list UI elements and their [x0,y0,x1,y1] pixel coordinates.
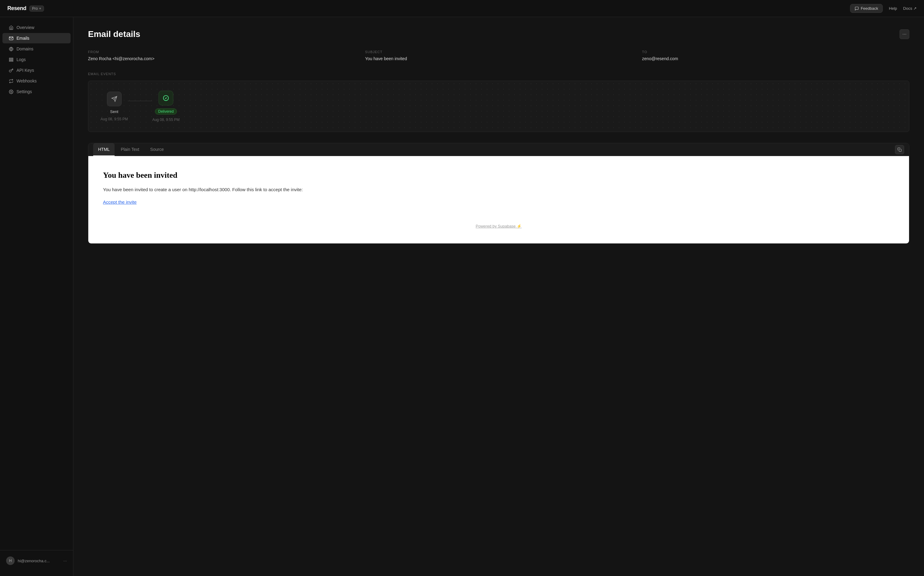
to-value: zeno@resend.com [642,56,910,61]
check-circle-icon [163,95,169,101]
copy-icon [897,147,902,152]
meta-from: FROM Zeno Rocha <hi@zenorocha.com> [88,50,356,61]
sidebar-item-logs[interactable]: Logs [2,54,70,65]
mail-icon [8,36,13,41]
to-label: TO [642,50,910,54]
email-footer: Powered by Supabase ⚡ [103,223,894,229]
email-subject: You have been invited [103,171,894,180]
tab-html[interactable]: HTML [93,143,115,156]
email-content-section: HTML Plain Text Source You have been inv… [88,143,910,244]
page-title: Email details [88,29,140,39]
topbar-right: Feedback Help Docs ↗ [850,4,917,13]
svg-rect-10 [899,149,902,152]
meta-to: TO zeno@resend.com [642,50,910,61]
user-email: hi@zenorocha.c... [18,558,60,563]
sidebar-item-label: Overview [16,25,34,30]
pro-badge: Pro + [29,5,44,11]
events-container: Sent Aug 08, 9:55 PM Delivered Aug 0 [88,81,910,132]
more-options-button[interactable]: ··· [900,29,910,39]
app-logo: Resend [7,5,26,11]
events-timeline: Sent Aug 08, 9:55 PM Delivered Aug 0 [101,91,897,122]
sent-label: Sent [110,109,118,114]
event-delivered: Delivered Aug 08, 9:55 PM [152,91,179,122]
subject-label: SUBJECT [365,50,633,54]
sidebar: Overview Emails Domains Lo [0,17,73,576]
copy-button[interactable] [895,145,904,154]
email-cta-link[interactable]: Accept the invite [103,200,136,205]
user-row[interactable]: H hi@zenorocha.c... ··· [4,554,69,568]
sent-time: Aug 08, 9:55 PM [101,117,128,121]
tabs-list: HTML Plain Text Source [93,143,169,156]
sidebar-item-api-keys[interactable]: API Keys [2,65,70,75]
svg-rect-3 [9,58,13,59]
from-value: Zeno Rocha <hi@zenorocha.com> [88,56,356,61]
sidebar-item-label: Emails [16,36,29,41]
tab-source[interactable]: Source [146,143,169,156]
sidebar-item-domains[interactable]: Domains [2,44,70,54]
sidebar-item-settings[interactable]: Settings [2,86,70,97]
sidebar-bottom: H hi@zenorocha.c... ··· [0,550,73,571]
avatar: H [6,557,14,565]
tab-plain-text[interactable]: Plain Text [116,143,144,156]
email-meta: FROM Zeno Rocha <hi@zenorocha.com> SUBJE… [88,50,910,61]
main-content: Email details ··· FROM Zeno Rocha <hi@ze… [73,17,924,576]
email-preview: You have been invited You have been invi… [88,156,909,243]
feedback-button[interactable]: Feedback [850,4,883,13]
user-more-icon: ··· [63,558,67,563]
tabs-header: HTML Plain Text Source [88,143,909,156]
sidebar-item-label: Settings [16,89,32,94]
home-icon [8,25,13,30]
key-icon [8,68,13,73]
sidebar-nav: Overview Emails Domains Lo [0,22,73,550]
sidebar-item-label: Webhooks [16,78,37,83]
sent-icon-box [107,92,122,106]
globe-icon [8,46,13,51]
delivered-label: Delivered [155,109,177,115]
events-label: EMAIL EVENTS [88,72,910,76]
page-header: Email details ··· [88,29,910,39]
sidebar-item-webhooks[interactable]: Webhooks [2,76,70,86]
settings-icon [8,89,13,94]
sidebar-item-emails[interactable]: Emails [2,33,70,43]
svg-rect-5 [9,61,13,61]
svg-point-6 [10,91,11,92]
delivered-icon-box [159,91,173,106]
powered-by-link[interactable]: Powered by Supabase ⚡ [476,224,522,229]
feedback-icon [855,6,859,11]
events-section: EMAIL EVENTS Sent Aug 08, 9:55 PM [88,72,910,132]
email-body: You have been invited to create a user o… [103,186,894,193]
topbar: Resend Pro + Feedback Help Docs ↗ [0,0,924,17]
subject-value: You have been invited [365,56,633,61]
topbar-left: Resend Pro + [7,5,44,11]
event-sent: Sent Aug 08, 9:55 PM [101,92,128,121]
sidebar-item-label: Logs [16,57,26,62]
svg-rect-4 [9,59,13,60]
from-label: FROM [88,50,356,54]
meta-subject: SUBJECT You have been invited [365,50,633,61]
layout: Overview Emails Domains Lo [0,17,924,576]
help-link[interactable]: Help [889,6,897,11]
sidebar-item-overview[interactable]: Overview [2,22,70,33]
sidebar-item-label: API Keys [16,68,34,73]
delivered-time: Aug 08, 9:55 PM [152,118,179,122]
send-icon [111,96,117,102]
logs-icon [8,57,13,62]
sidebar-item-label: Domains [16,46,33,51]
docs-link[interactable]: Docs ↗ [903,6,917,11]
webhooks-icon [8,78,13,83]
